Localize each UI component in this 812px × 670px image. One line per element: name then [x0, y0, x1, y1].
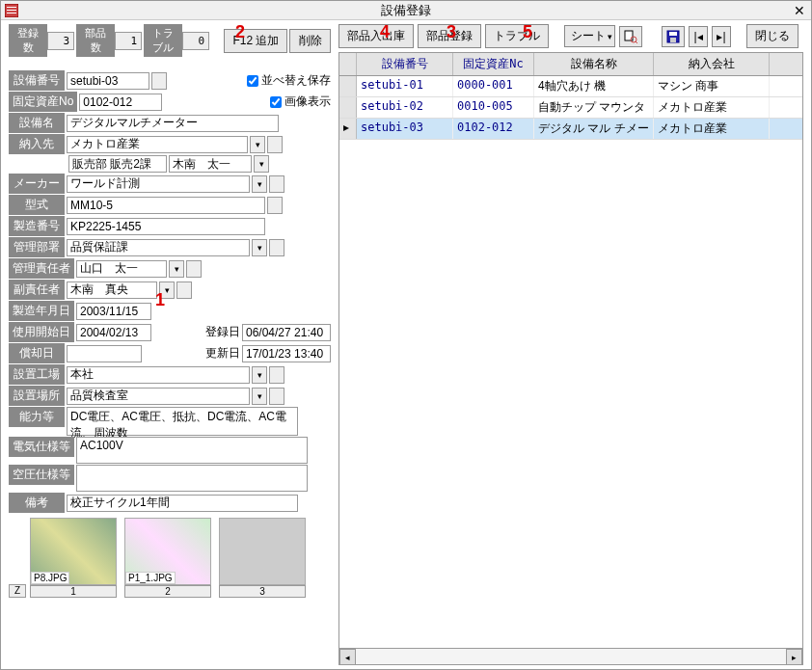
lookup-mgr[interactable]: [186, 260, 202, 278]
label-mfg-date: 製造年月日: [9, 301, 74, 321]
input-supplier[interactable]: [67, 136, 248, 153]
close-button[interactable]: 閉じる: [746, 24, 798, 48]
table-row[interactable]: setubi-020010-005自動チップ マウンタメカトロ産業: [339, 97, 802, 119]
thumbnail-row: P8.JPG1P1_1.JPG23: [30, 518, 306, 598]
lookup-maker[interactable]: [269, 175, 284, 193]
dropdown-supplier-person[interactable]: ▾: [254, 155, 269, 173]
table-row[interactable]: setubi-010000-0014軸穴あけ 機マシン 商事: [339, 76, 802, 97]
label-equip-no: 設備番号: [9, 70, 65, 91]
stat-reg-value: 3: [47, 32, 74, 50]
first-record-icon[interactable]: |◂: [689, 26, 708, 47]
dropdown-supplier[interactable]: ▾: [250, 136, 265, 153]
label-mgr: 管理責任者: [9, 258, 74, 279]
input-asset-no[interactable]: [79, 94, 162, 111]
input-capability[interactable]: DC電圧、AC電圧、抵抗、DC電流、AC電流、周波数: [67, 407, 298, 436]
check-image[interactable]: [270, 96, 282, 108]
z-indicator: Z: [9, 584, 26, 598]
cell-company: マシン 商事: [654, 76, 770, 96]
thumbnail-image[interactable]: [219, 518, 306, 585]
thumbnail[interactable]: P1_1.JPG2: [124, 518, 211, 598]
input-maker[interactable]: [67, 175, 250, 193]
lookup-equip-no[interactable]: [151, 72, 167, 90]
input-mfg-date[interactable]: [76, 303, 151, 320]
annotation-4: 4: [380, 22, 390, 42]
label-supplier: 納入先: [9, 134, 65, 154]
last-record-icon[interactable]: ▸|: [712, 26, 731, 47]
row-selector[interactable]: [339, 97, 357, 118]
input-dept[interactable]: [67, 239, 250, 256]
grid-header-asset-no[interactable]: 固定資産Nc: [453, 53, 534, 75]
lookup-model[interactable]: [267, 197, 283, 214]
label-model: 型式: [9, 195, 65, 215]
scroll-left-icon[interactable]: ◂: [339, 649, 356, 665]
form-icon: [5, 4, 18, 17]
thumbnail[interactable]: 3: [219, 518, 306, 598]
input-sub[interactable]: [67, 281, 157, 299]
stat-trouble-label: トラブル: [144, 24, 182, 57]
row-selector[interactable]: ▸: [339, 119, 357, 139]
input-note[interactable]: [67, 495, 298, 512]
delete-button[interactable]: 削除: [289, 29, 331, 53]
input-equip-no[interactable]: [67, 72, 149, 90]
dropdown-location[interactable]: ▾: [252, 388, 267, 405]
dropdown-factory[interactable]: ▾: [252, 366, 267, 384]
check-reorder[interactable]: [247, 75, 258, 87]
sheet-dropdown[interactable]: シート▾: [564, 25, 615, 47]
label-serial: 製造番号: [9, 216, 65, 236]
input-start-date[interactable]: [76, 324, 151, 341]
input-supplier-dept[interactable]: [68, 155, 167, 173]
input-factory[interactable]: [67, 366, 250, 384]
lookup-sub[interactable]: [176, 281, 192, 299]
cell-asset-no: 0010-005: [453, 97, 534, 118]
lookup-dept[interactable]: [269, 239, 284, 256]
label-sub: 副責任者: [9, 280, 65, 300]
window-title: 設備登録: [1, 1, 811, 20]
table-row[interactable]: ▸setubi-030102-012デジタル マル チメーメカトロ産業: [339, 119, 802, 140]
input-model[interactable]: [67, 197, 265, 214]
thumbnail-number: 3: [219, 585, 306, 598]
label-reg-date: 登録日: [205, 324, 240, 340]
f12-add-button[interactable]: F12 追加: [224, 29, 287, 53]
close-icon[interactable]: ✕: [794, 3, 805, 18]
equipment-grid: 設備番号 固定資産Nc 設備名称 納入会社 setubi-010000-0014…: [338, 52, 803, 665]
dropdown-maker[interactable]: ▾: [252, 175, 267, 193]
input-mgr[interactable]: [76, 260, 167, 278]
dropdown-mgr[interactable]: ▾: [169, 260, 184, 278]
input-retire-date[interactable]: [67, 345, 142, 362]
cell-equip-no: setubi-03: [357, 119, 453, 139]
svg-rect-4: [625, 31, 633, 40]
scroll-track[interactable]: [356, 649, 786, 664]
input-supplier-person[interactable]: [169, 155, 252, 173]
save-icon[interactable]: [662, 26, 685, 47]
lookup-supplier[interactable]: [267, 136, 283, 153]
grid-header-name[interactable]: 設備名称: [534, 53, 654, 75]
label-dept: 管理部署: [9, 237, 65, 257]
scroll-right-icon[interactable]: ▸: [786, 649, 802, 665]
cell-name: デジタル マル チメー: [534, 119, 654, 139]
grid-header-company[interactable]: 納入会社: [654, 53, 770, 75]
input-elec[interactable]: AC100V: [76, 437, 308, 464]
preview-icon[interactable]: [619, 26, 642, 47]
input-location[interactable]: [67, 388, 250, 405]
dropdown-dept[interactable]: ▾: [252, 239, 267, 256]
lookup-factory[interactable]: [269, 366, 284, 384]
input-air[interactable]: [76, 465, 308, 492]
lookup-location[interactable]: [269, 388, 284, 405]
input-upd-date[interactable]: [242, 345, 331, 362]
trouble-button[interactable]: トラブル: [485, 24, 549, 48]
input-serial[interactable]: [67, 218, 265, 235]
row-selector[interactable]: [339, 76, 357, 96]
input-equip-name[interactable]: [67, 115, 279, 132]
parts-inout-button[interactable]: 部品入出庫: [338, 24, 414, 48]
label-upd-date: 更新日: [205, 345, 240, 362]
label-equip-name: 設備名: [9, 113, 65, 133]
input-reg-date[interactable]: [242, 324, 331, 341]
grid-scrollbar[interactable]: ◂ ▸: [339, 648, 802, 664]
thumbnail[interactable]: P8.JPG1: [30, 518, 117, 598]
thumbnail-image[interactable]: P8.JPG: [30, 518, 117, 585]
thumbnail-image[interactable]: P1_1.JPG: [124, 518, 211, 585]
grid-header-equip-no[interactable]: 設備番号: [357, 53, 453, 75]
check-image-label: 画像表示: [284, 94, 331, 110]
grid-header-selector[interactable]: [339, 53, 357, 75]
label-note: 備考: [9, 493, 65, 513]
